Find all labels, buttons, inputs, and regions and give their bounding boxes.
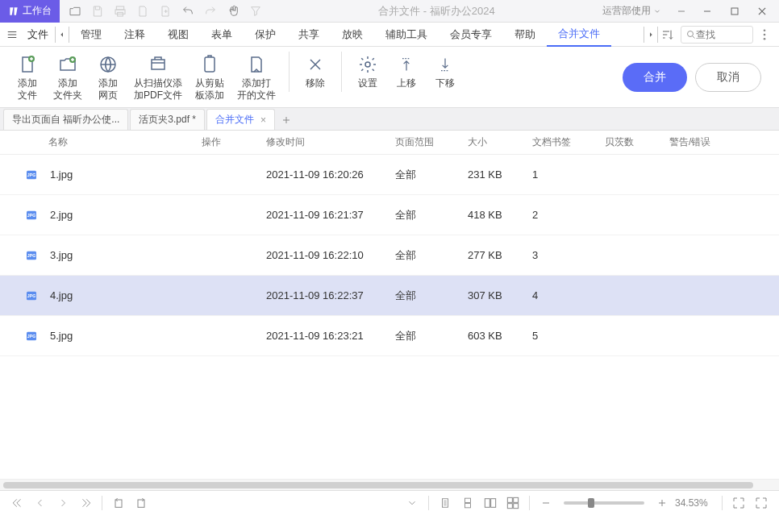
maximize-button[interactable] bbox=[723, 1, 747, 22]
page-add-icon[interactable] bbox=[155, 1, 176, 22]
hamburger-icon[interactable] bbox=[3, 29, 21, 40]
ribbon-icon-5 bbox=[247, 53, 266, 76]
cell-bookmark: 3 bbox=[532, 249, 605, 261]
cell-time: 2021-11-09 16:22:37 bbox=[266, 289, 395, 301]
page-icon[interactable] bbox=[132, 1, 153, 22]
ribbon-btn-3[interactable]: 从扫描仪添加PDF文件 bbox=[129, 52, 187, 102]
view-facing-icon[interactable] bbox=[481, 493, 500, 513]
cancel-button[interactable]: 取消 bbox=[695, 63, 761, 92]
view-single-icon[interactable] bbox=[435, 493, 455, 513]
ribbon-btn-0[interactable]: 添加文件 bbox=[10, 52, 45, 102]
hand-icon[interactable] bbox=[223, 1, 244, 22]
fit-width-icon[interactable] bbox=[729, 493, 748, 513]
menu-item-3[interactable]: 表单 bbox=[200, 23, 244, 47]
ribbon-btn-5[interactable]: 添加打开的文件 bbox=[232, 52, 281, 102]
col-name[interactable]: 名称 bbox=[16, 135, 202, 149]
add-tab-button[interactable] bbox=[277, 110, 296, 130]
col-time[interactable]: 修改时间 bbox=[266, 135, 395, 149]
overflow-icon[interactable] bbox=[671, 1, 692, 22]
open-icon[interactable] bbox=[65, 1, 85, 22]
workspace-badge[interactable]: 工作台 bbox=[0, 0, 60, 23]
col-size[interactable]: 大小 bbox=[468, 135, 532, 149]
view-continuous-icon[interactable] bbox=[458, 493, 477, 513]
table-row[interactable]: JPG5.jpg2021-11-09 16:23:21全部603 KB5 bbox=[0, 316, 779, 356]
horizontal-scrollbar[interactable] bbox=[0, 479, 779, 490]
zoom-slider[interactable] bbox=[564, 501, 644, 505]
ribbon-btn-7[interactable]: 设置 bbox=[350, 52, 385, 90]
file-menu[interactable]: 文件 bbox=[21, 27, 55, 42]
ribbon-icon-8 bbox=[398, 53, 414, 76]
last-page-icon[interactable] bbox=[76, 493, 95, 513]
fullscreen-icon[interactable] bbox=[752, 493, 771, 513]
menu-item-8[interactable]: 会员专享 bbox=[439, 23, 503, 47]
menu-item-9[interactable]: 帮助 bbox=[503, 23, 547, 47]
ribbon-btn-2[interactable]: 添加网页 bbox=[90, 52, 126, 102]
undo-icon[interactable] bbox=[177, 1, 198, 22]
rotate-left-icon[interactable] bbox=[109, 493, 128, 513]
search-box[interactable] bbox=[681, 26, 753, 44]
ribbon-btn-1[interactable]: 添加文件夹 bbox=[48, 52, 87, 102]
doc-tab-1[interactable]: 活页夹3.pdf * bbox=[130, 109, 205, 130]
rotate-right-icon[interactable] bbox=[131, 493, 151, 513]
ribbon-label-2: 添加网页 bbox=[98, 77, 118, 101]
prev-page-icon[interactable] bbox=[31, 493, 50, 513]
svg-rect-25 bbox=[138, 500, 144, 507]
usage-dropdown[interactable]: 运营部使用 bbox=[602, 4, 661, 18]
first-page-icon[interactable] bbox=[8, 493, 27, 513]
file-name: 3.jpg bbox=[50, 249, 73, 261]
ribbon-icon-0 bbox=[18, 53, 37, 76]
doc-tab-0[interactable]: 导出页面自 福昕办公使... bbox=[3, 109, 128, 130]
table-row[interactable]: JPG2.jpg2021-11-09 16:21:37全部418 KB2 bbox=[0, 195, 779, 235]
ribbon-label-9: 下移 bbox=[435, 77, 455, 89]
menu-item-4[interactable]: 保护 bbox=[244, 23, 287, 47]
table-row[interactable]: JPG4.jpg2021-11-09 16:22:37全部307 KB4 bbox=[0, 276, 779, 316]
col-warn[interactable]: 警告/错误 bbox=[669, 135, 763, 149]
search-icon bbox=[686, 30, 696, 39]
svg-text:JPG: JPG bbox=[27, 172, 36, 177]
col-bookmark[interactable]: 文档书签 bbox=[532, 135, 605, 149]
menu-scroll-right[interactable] bbox=[644, 27, 658, 43]
print-icon[interactable] bbox=[110, 1, 131, 22]
zoom-out-icon[interactable] bbox=[536, 493, 556, 513]
menu-item-0[interactable]: 管理 bbox=[69, 23, 113, 47]
ribbon-btn-9[interactable]: 下移 bbox=[427, 52, 463, 90]
menu-item-5[interactable]: 共享 bbox=[287, 23, 331, 47]
svg-point-7 bbox=[764, 37, 766, 39]
menu-item-6[interactable]: 放映 bbox=[331, 23, 374, 47]
table-row[interactable]: JPG1.jpg2021-11-09 16:20:26全部231 KB1 bbox=[0, 155, 779, 195]
menu-scroll-left[interactable] bbox=[55, 27, 69, 43]
filter-icon[interactable] bbox=[245, 1, 266, 22]
cell-bookmark: 1 bbox=[532, 168, 605, 181]
menu-item-10[interactable]: 合并文件 bbox=[547, 23, 611, 47]
more-icon[interactable] bbox=[756, 29, 773, 40]
ribbon-btn-6[interactable]: 移除 bbox=[298, 52, 333, 90]
table-row[interactable]: JPG3.jpg2021-11-09 16:22:10全部277 KB3 bbox=[0, 235, 779, 276]
search-input[interactable] bbox=[696, 29, 744, 40]
save-icon[interactable] bbox=[87, 1, 108, 22]
sort-icon[interactable] bbox=[658, 25, 677, 44]
minimize-button[interactable] bbox=[695, 1, 719, 22]
collapse-icon[interactable] bbox=[402, 493, 422, 513]
redo-icon[interactable] bbox=[200, 1, 221, 22]
view-facing-continuous-icon[interactable] bbox=[503, 493, 523, 513]
ribbon-btn-4[interactable]: 从剪贴板添加 bbox=[190, 52, 229, 102]
zoom-in-icon[interactable] bbox=[652, 493, 672, 513]
col-range[interactable]: 页面范围 bbox=[395, 135, 468, 149]
menu-item-1[interactable]: 注释 bbox=[113, 23, 156, 47]
close-button[interactable] bbox=[750, 1, 774, 22]
next-page-icon[interactable] bbox=[53, 493, 73, 513]
svg-point-13 bbox=[365, 62, 370, 67]
ribbon-label-7: 设置 bbox=[358, 77, 377, 89]
cell-range: 全部 bbox=[395, 248, 468, 263]
doc-tab-2[interactable]: 合并文件× bbox=[206, 109, 275, 130]
col-bates[interactable]: 贝茨数 bbox=[605, 135, 669, 149]
tab-close-icon[interactable]: × bbox=[260, 114, 266, 126]
merge-button[interactable]: 合并 bbox=[623, 63, 687, 92]
zoom-value[interactable]: 34.53% bbox=[675, 497, 715, 509]
menu-item-7[interactable]: 辅助工具 bbox=[374, 23, 439, 47]
col-op[interactable]: 操作 bbox=[202, 135, 266, 149]
menu-item-2[interactable]: 视图 bbox=[156, 23, 200, 47]
window-title: 合并文件 - 福昕办公2024 bbox=[271, 4, 602, 19]
svg-rect-3 bbox=[731, 8, 738, 15]
ribbon-btn-8[interactable]: 上移 bbox=[389, 52, 424, 90]
